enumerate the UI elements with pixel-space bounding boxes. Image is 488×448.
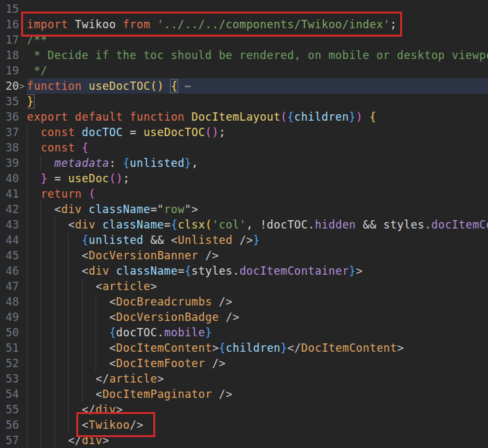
fold-chevron-icon[interactable]: > xyxy=(19,78,25,94)
line-number[interactable]: 45 xyxy=(0,248,19,263)
code-line-content[interactable]: <DocVersionBanner /> xyxy=(27,248,488,263)
code-line: 39metadata: {unlisted}, xyxy=(0,155,488,171)
code-token: () xyxy=(109,172,122,185)
code-token: < xyxy=(109,341,116,354)
code-token: styles xyxy=(192,264,233,277)
code-line-content[interactable]: <DocItemPaginator /> xyxy=(27,386,488,402)
code-line-content[interactable]: const docTOC = useDocTOC(); xyxy=(27,125,488,140)
code-token: row xyxy=(164,203,185,216)
code-line: 37const docTOC = useDocTOC(); xyxy=(0,125,488,140)
line-number[interactable]: 17 xyxy=(0,32,19,47)
indent-guide xyxy=(96,340,96,356)
indent-guide xyxy=(82,325,83,340)
line-number[interactable]: 54 xyxy=(0,386,19,402)
code-token: unlisted xyxy=(130,157,184,169)
line-number[interactable]: 48 xyxy=(0,294,19,309)
line-number[interactable]: 39 xyxy=(0,155,19,171)
code-token: > xyxy=(192,203,199,216)
code-line: 40} = useDoc(); xyxy=(0,171,488,186)
line-number[interactable]: 35 xyxy=(0,94,19,109)
code-line-content[interactable]: {unlisted && <Unlisted />} xyxy=(27,232,488,248)
line-number[interactable]: 53 xyxy=(0,371,19,386)
code-line-content[interactable]: <DocItemContent>{children}</DocItemConte… xyxy=(27,340,488,356)
code-token: { xyxy=(219,341,226,354)
code-line-content[interactable]: <article> xyxy=(27,279,488,294)
code-line-content[interactable]: <div className={clsx('col', !docTOC.hidd… xyxy=(27,217,488,232)
code-line-content[interactable]: export default function DocItemLayout({c… xyxy=(27,109,488,125)
line-number[interactable]: 50 xyxy=(0,325,19,340)
code-line-content[interactable]: <div className="row"> xyxy=(27,202,488,217)
gutter: 37 xyxy=(0,125,27,140)
code-line-content[interactable]: /** xyxy=(27,32,488,47)
code-line-content[interactable]: </div> xyxy=(27,433,488,448)
code-token: children xyxy=(226,341,280,354)
indent-guide xyxy=(82,309,83,325)
line-number[interactable]: 36 xyxy=(0,109,19,125)
line-number[interactable]: 37 xyxy=(0,125,19,140)
code-token: useDocTOC xyxy=(88,80,150,92)
code-line-content[interactable]: <Twikoo/> xyxy=(27,417,488,433)
code-line-content[interactable]: <DocItemFooter /> xyxy=(27,356,488,371)
indent-guide xyxy=(55,248,55,263)
code-token: unlisted xyxy=(88,234,143,246)
code-token: = xyxy=(178,264,185,277)
code-line-content[interactable] xyxy=(27,1,488,17)
line-number[interactable]: 55 xyxy=(0,402,19,417)
code-line-content[interactable]: const { xyxy=(27,140,488,155)
code-line-content[interactable]: } = useDoc(); xyxy=(27,171,488,186)
code-line-content[interactable]: function useDocTOC() { ⋯ xyxy=(27,78,488,94)
line-number[interactable]: 47 xyxy=(0,279,19,294)
indent-guide xyxy=(27,279,28,294)
code-line-content[interactable]: import Twikoo from '../../../components/… xyxy=(27,17,488,32)
line-number[interactable]: 46 xyxy=(0,263,19,279)
line-number[interactable]: 43 xyxy=(0,217,19,232)
code-token: ; xyxy=(219,126,226,139)
line-number[interactable]: 40 xyxy=(0,171,19,186)
indent-guide xyxy=(27,232,28,248)
line-number[interactable]: 49 xyxy=(0,309,19,325)
code-token: DocItemLayout xyxy=(191,110,280,123)
code-token: /> xyxy=(205,249,219,262)
line-number[interactable]: 15 xyxy=(0,1,19,17)
line-number[interactable]: 56 xyxy=(0,417,19,433)
code-editor[interactable]: 1516import Twikoo from '../../../compone… xyxy=(0,0,488,448)
code-line-content[interactable]: <DocBreadcrumbs /> xyxy=(27,294,488,309)
line-number[interactable]: 52 xyxy=(0,356,19,371)
code-line-content[interactable]: </article> xyxy=(27,371,488,386)
code-line-content[interactable]: */ xyxy=(27,63,488,78)
line-number[interactable]: 44 xyxy=(0,232,19,248)
code-line-content[interactable]: metadata: {unlisted}, xyxy=(27,155,488,171)
line-number[interactable]: 20 xyxy=(0,78,19,94)
line-number[interactable]: 41 xyxy=(0,186,19,202)
code-line: 17/** xyxy=(0,32,488,47)
code-line: 36export default function DocItemLayout(… xyxy=(0,109,488,125)
code-line-content[interactable]: return ( xyxy=(27,186,488,202)
indent-guide xyxy=(96,309,96,325)
indent-guide xyxy=(27,202,28,217)
line-number[interactable]: 57 xyxy=(0,433,19,448)
line-number[interactable]: 16 xyxy=(0,17,19,32)
code-line-content[interactable]: {docTOC.mobile} xyxy=(27,325,488,340)
line-number[interactable]: 19 xyxy=(0,63,19,78)
code-line: 47<article> xyxy=(0,279,488,294)
code-token: return xyxy=(40,187,81,200)
line-number[interactable]: 38 xyxy=(0,140,19,155)
indent-guide xyxy=(40,294,41,309)
code-token: DocItemContent xyxy=(116,341,212,354)
code-line-content[interactable]: </div> xyxy=(27,402,488,417)
code-line-content[interactable]: } xyxy=(27,94,488,109)
indent-guide xyxy=(68,248,69,263)
code-token: ( xyxy=(205,218,212,231)
code-line: 55</div> xyxy=(0,402,488,417)
code-line-content[interactable]: <DocVersionBadge /> xyxy=(27,309,488,325)
code-line-content[interactable]: * Decide if the toc should be rendered, … xyxy=(27,47,488,63)
indent-guide xyxy=(40,232,41,248)
code-line-content[interactable]: <div className={styles.docItemContainer}… xyxy=(27,263,488,279)
code-token: > xyxy=(397,341,404,354)
code-token: /> xyxy=(130,418,143,431)
line-number[interactable]: 42 xyxy=(0,202,19,217)
line-number[interactable]: 51 xyxy=(0,340,19,356)
line-number[interactable]: 18 xyxy=(0,47,19,63)
indent-guide xyxy=(68,417,69,433)
indent-guide xyxy=(27,263,28,279)
